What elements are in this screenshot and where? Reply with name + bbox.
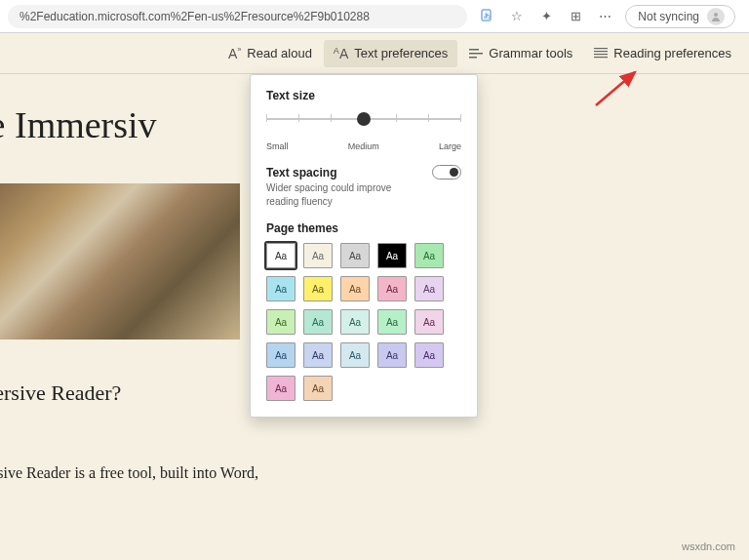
theme-swatch[interactable]: Aa <box>266 309 296 335</box>
theme-swatch[interactable]: Aa <box>266 243 296 268</box>
text-size-label: Text size <box>266 89 461 102</box>
grammar-tools-button[interactable]: Grammar tools <box>459 40 582 66</box>
slider-labels: Small Medium Large <box>266 141 461 151</box>
collections-icon[interactable]: ⊞ <box>567 7 584 26</box>
page-themes-grid: AaAaAaAaAaAaAaAaAaAaAaAaAaAaAaAaAaAaAaAa… <box>266 243 461 401</box>
theme-swatch[interactable]: Aa <box>303 309 333 335</box>
text-preferences-popover: Text size Small Medium Large Text spacin… <box>250 74 478 418</box>
theme-swatch[interactable]: Aa <box>414 243 444 268</box>
address-bar: %2Feducation.microsoft.com%2Fen-us%2Fres… <box>0 0 749 33</box>
text-spacing-toggle[interactable] <box>432 165 461 180</box>
theme-swatch[interactable]: Aa <box>414 276 444 301</box>
theme-swatch[interactable]: Aa <box>303 342 333 368</box>
slider-min-label: Small <box>266 141 289 151</box>
theme-swatch[interactable]: Aa <box>303 243 333 268</box>
favorite-icon[interactable]: ☆ <box>508 7 526 26</box>
reading-preferences-icon <box>594 48 608 60</box>
hero-image <box>0 183 240 340</box>
reading-preferences-button[interactable]: Reading preferences <box>584 40 741 66</box>
profile-avatar-icon <box>707 8 725 25</box>
page-themes-label: Page themes <box>266 221 461 235</box>
text-preferences-button[interactable]: AA Text preferences <box>324 40 457 67</box>
theme-swatch[interactable]: Aa <box>340 309 370 335</box>
sync-status[interactable]: Not syncing <box>625 5 735 28</box>
theme-swatch[interactable]: Aa <box>266 376 296 401</box>
svg-rect-8 <box>594 54 608 55</box>
grammar-tools-label: Grammar tools <box>489 46 572 60</box>
text-spacing-label: Text spacing <box>266 166 336 180</box>
svg-rect-4 <box>469 53 483 55</box>
theme-swatch[interactable]: Aa <box>340 243 370 268</box>
address-bar-actions: あ ☆ ✦ ⊞ ⋯ Not syncing <box>473 5 741 28</box>
theme-swatch[interactable]: Aa <box>377 309 407 335</box>
theme-swatch[interactable]: Aa <box>340 342 370 368</box>
svg-rect-5 <box>469 57 477 59</box>
theme-swatch[interactable]: Aa <box>266 342 296 368</box>
theme-swatch[interactable]: Aa <box>340 276 370 301</box>
translate-icon[interactable]: あ <box>479 7 496 26</box>
extensions-icon[interactable]: ⋯ <box>596 7 613 26</box>
url-box[interactable]: %2Feducation.microsoft.com%2Fen-us%2Fres… <box>8 5 467 28</box>
theme-swatch[interactable]: Aa <box>377 342 407 368</box>
read-aloud-label: Read aloud <box>247 46 312 60</box>
url-text: %2Feducation.microsoft.com%2Fen-us%2Fres… <box>20 10 370 23</box>
svg-rect-7 <box>594 51 608 52</box>
reading-preferences-label: Reading preferences <box>613 46 731 60</box>
theme-swatch[interactable]: Aa <box>303 376 333 401</box>
slider-mid-label: Medium <box>348 141 379 151</box>
text-spacing-hint: Wider spacing could improve reading flue… <box>266 181 461 208</box>
theme-swatch[interactable]: Aa <box>266 276 296 301</box>
theme-swatch[interactable]: Aa <box>414 342 444 368</box>
theme-swatch[interactable]: Aa <box>377 243 407 268</box>
watermark: wsxdn.com <box>682 540 735 552</box>
sync-label: Not syncing <box>638 10 699 23</box>
svg-point-2 <box>714 13 718 17</box>
text-preferences-icon: AA <box>334 46 348 61</box>
theme-swatch[interactable]: Aa <box>303 276 333 301</box>
svg-text:あ: あ <box>484 12 491 20</box>
theme-swatch[interactable]: Aa <box>414 309 444 335</box>
add-favorite-icon[interactable]: ✦ <box>537 7 555 26</box>
toggle-knob <box>450 168 458 177</box>
grammar-tools-icon <box>469 48 483 60</box>
page-body-text: mmersive Reader is a free tool, built in… <box>0 464 749 482</box>
text-preferences-label: Text preferences <box>354 46 448 60</box>
text-size-slider[interactable] <box>266 110 461 140</box>
theme-swatch[interactable]: Aa <box>377 276 407 301</box>
svg-rect-3 <box>469 49 479 51</box>
slider-max-label: Large <box>439 141 461 151</box>
read-aloud-icon: A» <box>228 46 241 61</box>
read-aloud-button[interactable]: A» Read aloud <box>218 40 322 67</box>
svg-rect-6 <box>594 48 608 49</box>
reader-toolbar: A» Read aloud AA Text preferences Gramma… <box>0 33 749 74</box>
slider-thumb[interactable] <box>357 112 371 126</box>
svg-rect-9 <box>594 57 608 58</box>
